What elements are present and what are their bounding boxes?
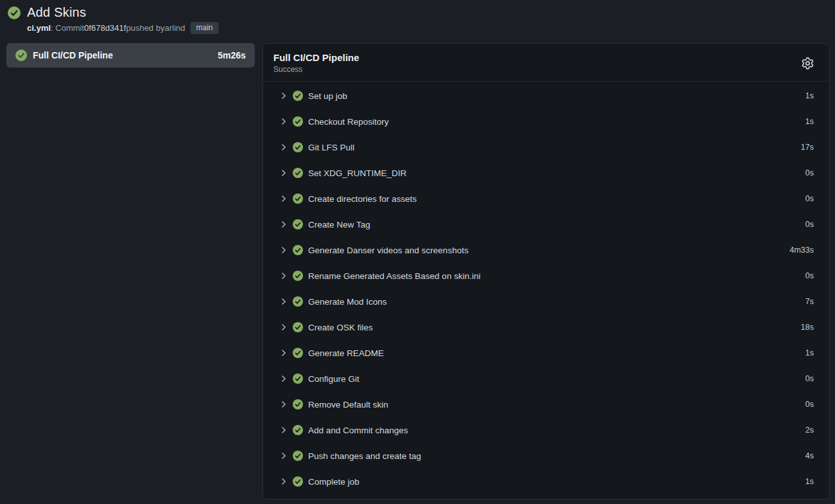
step-duration: 18s [801,323,814,332]
chevron-right-icon[interactable] [279,296,289,307]
step-name: Complete job [308,477,360,487]
job-duration: 5m26s [217,50,246,60]
step-duration: 0s [805,194,814,203]
step-name: Generate README [308,348,384,358]
check-circle-icon [293,476,303,487]
step-row[interactable]: Create directories for assets 0s [263,186,829,212]
chevron-right-icon[interactable] [279,476,289,487]
check-circle-icon [293,91,303,101]
chevron-right-icon[interactable] [279,271,289,281]
step-row[interactable]: Checkout Repository 1s [263,109,829,134]
workflow-file-link[interactable]: ci.yml [27,23,51,33]
chevron-right-icon[interactable] [279,245,289,255]
check-circle-icon [293,168,303,178]
step-duration: 0s [805,374,814,383]
step-name: Checkout Repository [308,117,389,127]
step-name: Remove Default skin [308,400,389,410]
step-row[interactable]: Create New Tag 0s [263,212,829,237]
step-duration: 17s [801,143,814,152]
step-duration: 4s [805,451,814,460]
subtitle-text: : Commit [51,23,84,33]
branch-badge[interactable]: main [190,22,219,34]
step-row[interactable]: Add and Commit changes 2s [263,417,829,443]
step-duration: 0s [805,168,814,177]
chevron-right-icon[interactable] [279,399,289,410]
step-name: Create New Tag [308,220,371,230]
step-name: Create OSK files [308,323,373,332]
actions-run-page: Add Skins ci.yml: Commit 0f678d341f push… [0,0,835,500]
step-name: Set up job [308,91,347,101]
jobs-sidebar: Full CI/CD Pipeline 5m26s [6,43,255,68]
run-subtitle: ci.yml: Commit 0f678d341f pushed by arli… [27,22,830,34]
check-circle-icon [293,374,303,384]
step-row[interactable]: Set XDG_RUNTIME_DIR 0s [263,160,829,186]
chevron-right-icon[interactable] [279,348,289,358]
step-row[interactable]: Generate Mod Icons 7s [263,289,829,314]
run-title: Add Skins [27,5,86,20]
step-name: Rename Generated Assets Based on skin.in… [308,271,481,281]
chevron-right-icon[interactable] [279,374,289,384]
step-row[interactable]: Generate Danser videos and screenshots 4… [263,237,829,263]
step-name: Push changes and create tag [308,451,421,461]
step-duration: 1s [805,477,814,486]
step-row[interactable]: Set up job 1s [263,83,829,109]
check-circle-icon [8,6,21,19]
step-row[interactable]: Configure Git 0s [263,366,829,392]
check-circle-icon [293,425,303,435]
check-circle-icon [293,219,303,230]
step-name: Configure Git [308,374,360,384]
steps-list: Set up job 1s Checkout Repository 1s Git… [263,82,829,497]
step-duration: 1s [805,117,814,126]
step-name: Generate Danser videos and screenshots [308,246,468,255]
job-status: Success [273,65,819,74]
chevron-right-icon[interactable] [279,194,289,204]
step-row[interactable]: Remove Default skin 0s [263,392,829,417]
check-circle-icon [15,50,27,61]
step-row[interactable]: Complete job 1s [263,469,829,494]
step-duration: 2s [805,426,814,435]
check-circle-icon [293,116,303,127]
check-circle-icon [293,348,303,358]
step-duration: 1s [805,348,814,357]
check-circle-icon [293,245,303,255]
step-name: Generate Mod Icons [308,297,387,307]
chevron-right-icon[interactable] [279,168,289,178]
step-row[interactable]: Push changes and create tag 4s [263,443,829,469]
check-circle-icon [293,451,303,461]
check-circle-icon [293,142,303,152]
chevron-right-icon[interactable] [279,322,289,332]
commit-sha-link[interactable]: 0f678d341f [84,23,126,33]
job-detail-header: Full CI/CD Pipeline Success [263,44,829,82]
step-duration: 1s [805,91,814,100]
check-circle-icon [293,322,303,332]
chevron-right-icon[interactable] [279,451,289,461]
run-header: Add Skins ci.yml: Commit 0f678d341f push… [8,5,830,34]
step-row[interactable]: Git LFS Pull 17s [263,134,829,160]
job-title: Full CI/CD Pipeline [273,52,819,63]
chevron-right-icon[interactable] [279,142,289,152]
step-name: Add and Commit changes [308,426,408,435]
gear-icon[interactable] [800,55,815,71]
chevron-right-icon[interactable] [279,91,289,101]
step-duration: 7s [805,297,814,306]
step-duration: 0s [805,271,814,280]
step-name: Git LFS Pull [308,143,354,152]
job-name: Full CI/CD Pipeline [33,50,113,60]
step-row[interactable]: Rename Generated Assets Based on skin.in… [263,263,829,289]
check-circle-icon [293,194,303,204]
step-name: Set XDG_RUNTIME_DIR [308,168,407,178]
subtitle-tail: pushed by [126,23,165,33]
author-link[interactable]: arlind [165,23,185,33]
step-row[interactable]: Generate README 1s [263,340,829,366]
chevron-right-icon[interactable] [279,219,289,230]
chevron-right-icon[interactable] [279,425,289,435]
check-circle-icon [293,271,303,281]
check-circle-icon [293,399,303,410]
step-row[interactable]: Create OSK files 18s [263,314,829,340]
step-duration: 0s [805,400,814,409]
step-name: Create directories for assets [308,194,417,204]
check-circle-icon [293,296,303,307]
step-duration: 0s [805,220,814,229]
job-item-full-cicd-pipeline[interactable]: Full CI/CD Pipeline 5m26s [6,43,255,68]
chevron-right-icon[interactable] [279,116,289,127]
